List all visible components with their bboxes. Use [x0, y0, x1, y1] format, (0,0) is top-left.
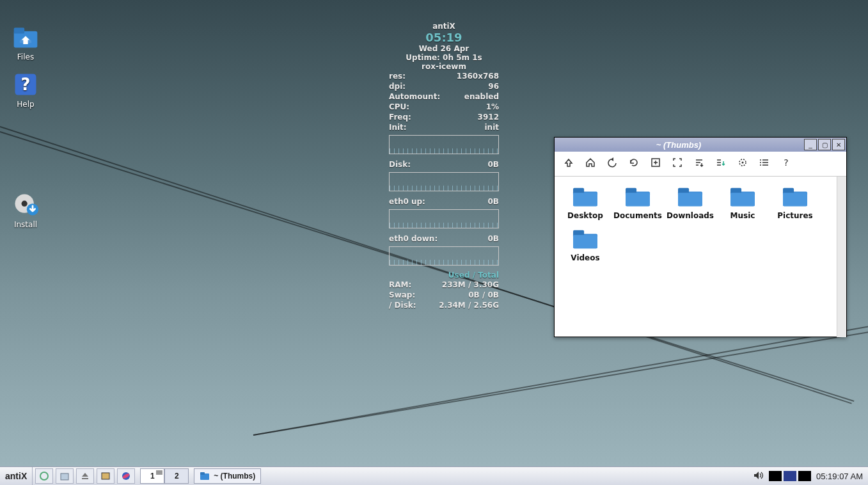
svg-point-30 — [40, 472, 48, 480]
svg-rect-36 — [200, 472, 205, 475]
conky-label: eth0 up: — [389, 196, 425, 207]
svg-rect-25 — [783, 188, 794, 195]
svg-point-34 — [122, 473, 130, 479]
quicklaunch-eject-icon[interactable] — [76, 468, 94, 484]
taskbar-clock[interactable]: 05:19:07 AM — [811, 472, 868, 481]
tray: 05:19:07 AM — [753, 467, 868, 485]
window-minimize-button[interactable]: _ — [804, 139, 817, 150]
svg-rect-14 — [573, 193, 597, 206]
svg-rect-22 — [730, 188, 741, 195]
svg-rect-2 — [22, 37, 29, 44]
svg-rect-8 — [652, 159, 659, 166]
start-menu-button[interactable]: antiX — [0, 467, 33, 485]
conky-distro: antiX — [389, 22, 499, 31]
folder-label: Documents — [613, 211, 662, 220]
bg-wire — [253, 329, 868, 436]
folder-label: Desktop — [561, 211, 610, 220]
help-icon[interactable]: ? — [781, 157, 791, 170]
window-close-button[interactable]: ✕ — [832, 139, 845, 150]
file-manager-window[interactable]: ~ (Thumbs) _ ▢ ✕ ? DesktopDocumentsDownl… — [554, 137, 847, 337]
sort-icon[interactable] — [694, 157, 704, 170]
conky-date: Wed 26 Apr — [389, 44, 499, 53]
window-titlebar[interactable]: ~ (Thumbs) _ ▢ ✕ — [555, 138, 846, 152]
svg-point-5 — [15, 195, 34, 213]
mem-monitor[interactable] — [784, 471, 796, 481]
conky-time: 05:19 — [389, 31, 499, 44]
folder-pictures[interactable]: Pictures — [771, 184, 819, 220]
desktop-icon-files[interactable]: Files — [6, 24, 45, 61]
conky-panel: antiX 05:19 Wed 26 Apr Uptime: 0h 5m 1s … — [389, 22, 499, 310]
folder-videos[interactable]: Videos — [561, 227, 610, 262]
folder-desktop[interactable]: Desktop — [561, 184, 610, 220]
conky-value: 1% — [486, 102, 499, 112]
taskbar-task-label: ~ (Thumbs) — [214, 472, 255, 481]
conky-graph-disk — [389, 172, 499, 191]
details-icon[interactable] — [759, 157, 769, 170]
conky-label: / Disk: — [389, 300, 416, 310]
net-monitor[interactable] — [798, 471, 811, 481]
conky-value: 96 — [488, 81, 499, 91]
scrollbar[interactable] — [837, 177, 846, 337]
workspace-miniwin — [156, 470, 162, 475]
hidden-icon[interactable] — [716, 157, 726, 170]
up-icon[interactable] — [564, 157, 574, 170]
zoom-fit-icon[interactable] — [672, 157, 683, 170]
folder-music[interactable]: Music — [718, 184, 767, 220]
svg-rect-23 — [730, 193, 755, 206]
svg-point-33 — [122, 472, 130, 480]
conky-label: RAM: — [389, 280, 411, 290]
svg-rect-27 — [573, 234, 597, 248]
svg-rect-31 — [61, 473, 68, 480]
conky-value: init — [484, 122, 499, 132]
desktop-icon-install[interactable]: Install — [6, 192, 45, 229]
conky-value: 1360x768 — [457, 71, 499, 81]
folder-label: Downloads — [666, 211, 714, 220]
window-title: ~ (Thumbs) — [555, 140, 803, 150]
svg-text:?: ? — [21, 75, 31, 94]
conky-graph-ethup — [389, 209, 499, 228]
svg-rect-28 — [573, 230, 584, 237]
conky-value: 0B — [488, 196, 500, 207]
conky-label: Init: — [389, 122, 407, 132]
desktop-icon-help[interactable]: ? Help — [6, 72, 45, 109]
quicklaunch-web-icon[interactable] — [117, 468, 135, 484]
workspace-1[interactable]: 1 — [140, 468, 164, 484]
conky-value: 233M / 3.30G — [442, 280, 499, 290]
svg-rect-12 — [573, 191, 597, 206]
cpu-monitor[interactable] — [769, 471, 782, 481]
svg-point-10 — [742, 162, 744, 164]
svg-rect-24 — [783, 191, 807, 206]
home-icon[interactable] — [585, 157, 596, 170]
conky-mem-header: Used / Total — [389, 271, 499, 280]
svg-rect-21 — [730, 191, 755, 206]
folder-documents[interactable]: Documents — [613, 184, 662, 220]
svg-rect-26 — [783, 193, 807, 206]
conky-label: CPU: — [389, 102, 409, 112]
zoom-in-icon[interactable] — [651, 157, 661, 170]
svg-point-7 — [27, 203, 38, 215]
conky-label: Freq: — [389, 112, 411, 122]
refresh-icon[interactable] — [629, 157, 639, 170]
back-icon[interactable] — [607, 157, 617, 170]
conky-graph-ethdown — [389, 246, 499, 266]
svg-rect-17 — [626, 193, 650, 206]
svg-rect-3 — [15, 74, 36, 95]
svg-rect-0 — [14, 31, 38, 48]
conky-value: 0B — [488, 159, 500, 170]
conky-label: Automount: — [389, 91, 440, 102]
file-area[interactable]: DesktopDocumentsDownloadsMusicPicturesVi… — [555, 177, 846, 337]
volume-icon[interactable] — [753, 470, 764, 482]
window-maximize-button[interactable]: ▢ — [818, 139, 831, 150]
select-icon[interactable] — [738, 157, 748, 170]
quicklaunch-browser-icon[interactable] — [35, 468, 53, 484]
workspace-switcher: 1 2 — [140, 468, 189, 484]
folder-downloads[interactable]: Downloads — [666, 184, 714, 220]
quicklaunch-term-icon[interactable] — [97, 468, 114, 484]
svg-rect-35 — [200, 473, 209, 480]
conky-label: eth0 down: — [389, 234, 438, 244]
conky-label: res: — [389, 71, 406, 81]
quicklaunch-files-icon[interactable] — [56, 468, 74, 484]
workspace-2[interactable]: 2 — [164, 468, 189, 484]
taskbar-task-button[interactable]: ~ (Thumbs) — [194, 468, 261, 484]
svg-rect-1 — [14, 28, 24, 33]
